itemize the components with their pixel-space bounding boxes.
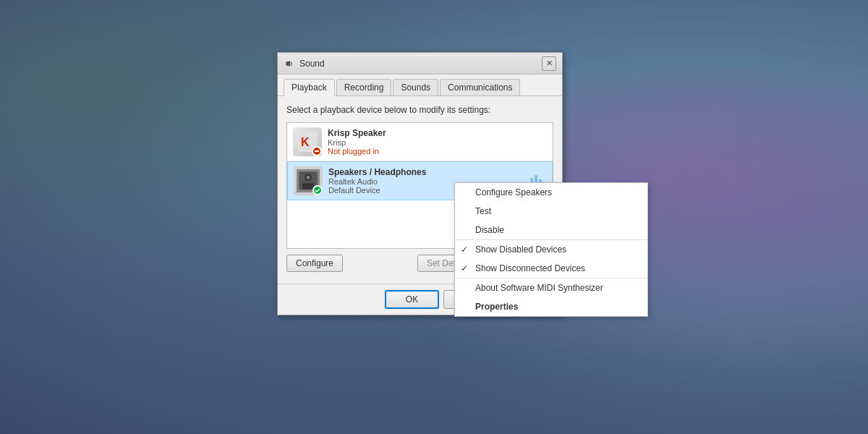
default-badge bbox=[312, 185, 323, 195]
dialog-title: Sound bbox=[299, 59, 325, 69]
check-icon bbox=[315, 187, 320, 193]
krisp-status: Not plugged in bbox=[328, 147, 547, 156]
tab-sounds[interactable]: Sounds bbox=[393, 79, 438, 95]
sound-icon bbox=[284, 58, 295, 69]
speakers-name: Speakers / Headphones bbox=[328, 167, 516, 177]
menu-show-disabled-label: Show Disabled Devices bbox=[475, 244, 566, 255]
configure-button[interactable]: Configure bbox=[286, 255, 343, 272]
tab-communications[interactable]: Communications bbox=[440, 79, 520, 95]
menu-show-disconnected[interactable]: ✓ Show Disconnected Devices bbox=[455, 259, 647, 278]
tab-recording[interactable]: Recording bbox=[336, 79, 392, 95]
tab-bar: Playback Recording Sounds Communications bbox=[278, 75, 562, 96]
krisp-info: Krisp Speaker Krisp Not plugged in bbox=[328, 128, 547, 156]
title-bar-left: Sound bbox=[284, 58, 325, 69]
unplugged-badge bbox=[312, 146, 322, 156]
check-disconnected-icon: ✓ bbox=[461, 263, 468, 273]
krisp-name: Krisp Speaker bbox=[328, 128, 547, 138]
menu-properties[interactable]: Properties bbox=[455, 297, 647, 316]
speakers-icon-wrapper bbox=[294, 166, 323, 195]
krisp-driver: Krisp bbox=[328, 138, 547, 147]
svg-point-8 bbox=[307, 176, 310, 179]
svg-text:K: K bbox=[301, 136, 310, 148]
title-bar: Sound ✕ bbox=[278, 53, 562, 75]
menu-disable[interactable]: Disable bbox=[455, 221, 647, 239]
tab-playback[interactable]: Playback bbox=[284, 79, 335, 96]
minus-icon bbox=[314, 148, 320, 154]
menu-show-disabled[interactable]: ✓ Show Disabled Devices bbox=[455, 240, 647, 259]
context-menu: Configure Speakers Test Disable ✓ Show D… bbox=[454, 182, 648, 317]
menu-configure-speakers[interactable]: Configure Speakers bbox=[455, 183, 647, 202]
instruction-text: Select a playback device below to modify… bbox=[286, 105, 553, 115]
ok-button[interactable]: OK bbox=[385, 290, 439, 309]
menu-test[interactable]: Test bbox=[455, 202, 647, 221]
close-button[interactable]: ✕ bbox=[542, 56, 556, 71]
menu-about[interactable]: About Software MIDI Synthesizer bbox=[455, 278, 647, 297]
krisp-icon-wrapper: K bbox=[293, 127, 322, 156]
menu-show-disconnected-label: Show Disconnected Devices bbox=[475, 263, 585, 273]
check-disabled-icon: ✓ bbox=[461, 244, 468, 255]
device-item-krisp[interactable]: K Krisp Speaker Krisp Not plugged in bbox=[287, 123, 553, 161]
